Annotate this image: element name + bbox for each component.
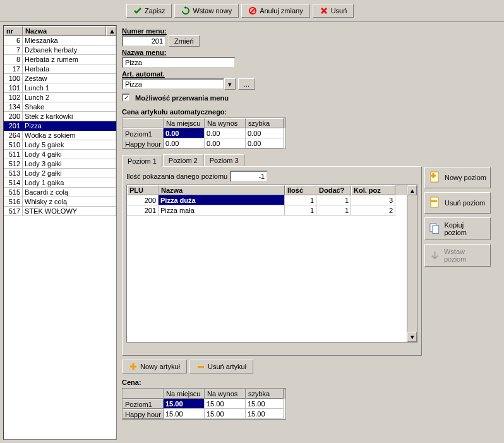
insert-new-label: Wstaw nowy (193, 7, 232, 15)
list-item[interactable]: 17Herbata (4, 64, 116, 74)
svg-rect-7 (198, 366, 204, 368)
price-auto-grid: Na miejscu Na wynos szybka Poziom10.000.… (122, 118, 286, 149)
list-item[interactable]: 101Lunch 1 (4, 83, 116, 93)
plu-col-ilosc[interactable]: Ilość (285, 185, 316, 195)
insert-new-button[interactable]: Wstaw nowy (174, 4, 239, 18)
plu-col-kol[interactable]: Kol. poz (351, 185, 395, 195)
mozliwosc-checkbox[interactable]: ✓ (122, 94, 130, 102)
list-item[interactable]: 516Whisky z colą (4, 197, 116, 207)
svg-rect-2 (431, 172, 438, 182)
nowy-poziom-button[interactable]: Nowy poziom (424, 167, 491, 188)
ilosc-label: Ilość pokazania danego poziomu (126, 173, 227, 180)
col-nr[interactable]: nr (4, 26, 23, 36)
table-row[interactable]: 200Pizza duża113 (127, 195, 417, 205)
left-list-header: nr Nazwa ▲ (4, 26, 116, 36)
forbid-icon (248, 6, 257, 15)
tabs: Poziom 1 Poziom 2 Poziom 3 (122, 154, 499, 166)
right-pane: Numer menu: 201 Zmień Nazwa menu: Pizza … (117, 22, 504, 443)
list-item[interactable]: 7Dzbanek herbaty (4, 46, 116, 55)
col-name[interactable]: Nazwa (23, 26, 106, 36)
art-automat-value: Pizza (122, 78, 224, 90)
usun-poziom-button[interactable]: Usuń poziom (424, 192, 491, 214)
left-list: nr Nazwa ▲ 6Mieszanka7Dzbanek herbaty8He… (3, 25, 117, 440)
side-buttons: Nowy poziom Usuń poziom Kopiuj poziom Ws… (424, 167, 491, 270)
list-item[interactable]: 6Mieszanka (4, 36, 116, 46)
list-item[interactable]: 514Lody 1 gałka (4, 178, 116, 188)
tab-poziom2[interactable]: Poziom 2 (163, 154, 203, 166)
tab-poziom3[interactable]: Poziom 3 (204, 154, 244, 166)
save-button[interactable]: Zapisz (126, 4, 172, 18)
wstaw-poziom-label: Wstaw poziom (444, 248, 487, 263)
numer-menu-label: Numer menu: (122, 27, 499, 35)
svg-rect-4 (431, 200, 437, 202)
list-item[interactable]: 512Lody 3 gałki (4, 159, 116, 169)
table-row[interactable]: Poziom10.000.000.00 (123, 128, 285, 138)
list-item[interactable]: 200Stek z karkówki (4, 112, 116, 121)
cena-auto-header: Cena artykułu automatycznego: (122, 108, 499, 116)
svg-rect-6 (433, 226, 439, 234)
kopiuj-poziom-label: Kopiuj poziom (445, 221, 488, 236)
delete-label: Usuń (331, 7, 347, 15)
plu-grid: PLU Nazwa Ilość Dodać? Kol. poz 200Pizza… (126, 185, 417, 343)
price-auto-col-blank (123, 118, 164, 128)
price-auto-col-szybka: szybka (246, 118, 284, 128)
minus-icon (196, 362, 205, 371)
plu-col-dodac[interactable]: Dodać? (316, 185, 351, 195)
plu-col-plu[interactable]: PLU (127, 185, 159, 195)
tabbox: Ilość pokazania danego poziomu -1 PLU Na… (122, 166, 422, 356)
cena-col-szybka: szybka (246, 389, 284, 399)
tab-poziom1[interactable]: Poziom 1 (122, 155, 162, 167)
list-item[interactable]: 513Lody 2 gałki (4, 169, 116, 178)
chevron-down-icon[interactable]: ▾ (224, 78, 236, 90)
list-item[interactable]: 517STEK WOŁOWY (4, 207, 116, 216)
list-item[interactable]: 100Zestaw (4, 74, 116, 83)
usun-poziom-label: Usuń poziom (445, 199, 485, 207)
list-item[interactable]: 102Lunch 2 (4, 93, 116, 102)
scroll-up-icon[interactable]: ▲ (106, 26, 116, 36)
art-automat-label: Art. automat. (122, 70, 499, 78)
cena-col-blank (123, 389, 164, 399)
delete-button[interactable]: Usuń (313, 4, 354, 18)
refresh-icon (181, 6, 190, 15)
wstaw-poziom-button: Wstaw poziom (424, 244, 491, 267)
nazwa-menu-input[interactable]: Pizza (122, 57, 236, 68)
scroll-up-icon[interactable]: ▴ (407, 185, 417, 195)
list-item[interactable]: 511Lody 4 gałki (4, 150, 116, 159)
copy-icon (428, 222, 442, 236)
plu-col-nazwa[interactable]: Nazwa (159, 185, 285, 195)
dots-button[interactable]: ... (238, 78, 255, 90)
kopiuj-poziom-button[interactable]: Kopiuj poziom (424, 217, 491, 240)
toolbar: Zapisz Wstaw nowy Anuluj zmiany Usuń (0, 0, 504, 22)
numer-menu-input[interactable]: 201 (122, 35, 166, 47)
list-item[interactable]: 134Shake (4, 102, 116, 112)
scroll-down-icon[interactable]: ▾ (407, 332, 417, 342)
table-row[interactable]: Happy hour0.000.000.00 (123, 138, 285, 149)
table-row[interactable]: Happy hour15.0015.0015.00 (123, 409, 285, 419)
scrollbar-vertical[interactable]: ▴ ▾ (407, 185, 417, 342)
cancel-button[interactable]: Anuluj zmiany (241, 4, 309, 18)
list-item[interactable]: 8Herbata z rumem (4, 55, 116, 64)
mozliwosc-row[interactable]: ✓ Możliwość przerwania menu (122, 94, 499, 102)
cancel-label: Anuluj zmiany (260, 7, 303, 15)
nowy-artykul-label: Nowy artykuł (140, 363, 180, 370)
nowy-artykul-button[interactable]: Nowy artykuł (122, 360, 187, 373)
cena-grid: Na miejscu Na wynos szybka Poziom115.001… (122, 388, 286, 420)
down-arrow-icon (428, 248, 441, 262)
minus-page-icon (428, 196, 442, 210)
ilosc-input[interactable]: -1 (230, 171, 268, 182)
svg-line-1 (250, 8, 255, 13)
list-item[interactable]: 515Bacardi z colą (4, 188, 116, 197)
cena-col-miejscu: Na miejscu (164, 389, 205, 399)
list-item[interactable]: 510Lody 5 gałek (4, 140, 116, 150)
table-row[interactable]: Poziom115.0015.0015.00 (123, 399, 285, 409)
plus-page-icon (428, 171, 442, 185)
zmien-button[interactable]: Zmień (169, 35, 200, 47)
art-automat-dropdown[interactable]: Pizza ▾ (122, 78, 236, 90)
price-auto-col-miejscu: Na miejscu (164, 118, 205, 128)
usun-artykul-button[interactable]: Usuń artykuł (189, 360, 253, 373)
list-item[interactable]: 201Pizza (4, 121, 116, 131)
table-row[interactable]: 201Pizza mała112 (127, 205, 417, 215)
list-item[interactable]: 264Wódka z sokiem (4, 131, 116, 140)
left-list-body[interactable]: 6Mieszanka7Dzbanek herbaty8Herbata z rum… (4, 36, 116, 439)
nowy-poziom-label: Nowy poziom (445, 174, 486, 181)
